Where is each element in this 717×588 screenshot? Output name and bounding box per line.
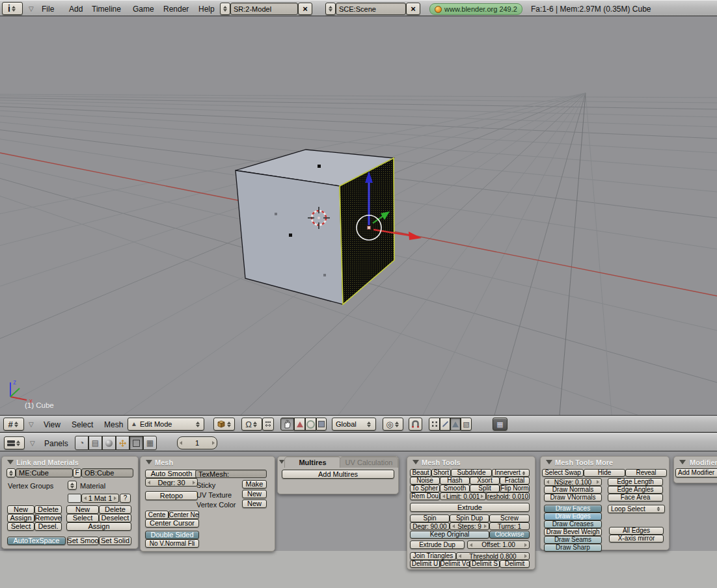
menu-view[interactable]: View [44, 420, 61, 429]
screen-browse-button[interactable] [220, 3, 230, 15]
shading-context-button[interactable] [102, 436, 116, 450]
innervert-dropdown[interactable]: Innervert [492, 469, 530, 477]
menu-add[interactable]: Add [69, 5, 83, 14]
frame-increment-icon[interactable] [212, 441, 215, 445]
collapse-triangle-icon[interactable]: ▽ [29, 421, 34, 428]
draw-bevel-weights-toggle[interactable]: Draw Bevel Weigh [544, 528, 602, 536]
vertex-color-new-button[interactable]: New [242, 500, 267, 508]
delimit-vcol-toggle[interactable]: Delimit Vc [440, 560, 470, 568]
delimit-uv-toggle[interactable]: Delimit U [410, 560, 440, 568]
panel-collapse-icon[interactable] [7, 460, 14, 464]
autotexspace-toggle[interactable]: AutoTexSpace [7, 537, 66, 545]
hash-button[interactable]: Hash [440, 477, 470, 485]
viewport-3d[interactable]: z x (1) Cube [0, 16, 717, 415]
add-modifier-button[interactable]: Add Modifier [675, 468, 717, 477]
face-select-button[interactable] [450, 418, 461, 431]
mode-dropdown[interactable]: ▲ Edit Mode [128, 418, 204, 431]
panel-collapse-icon[interactable] [279, 460, 284, 464]
clockwise-toggle[interactable]: Clockwise [489, 531, 530, 539]
panel-title[interactable]: Mesh Tools More [555, 459, 613, 466]
manipulator-toggle-button[interactable] [280, 418, 294, 431]
vgroup-new-button[interactable]: New [7, 505, 34, 514]
keep-original-toggle[interactable]: Keep Original [410, 531, 489, 539]
draw-vnormals-toggle[interactable]: Draw VNormals [544, 494, 602, 501]
threshold-field[interactable]: reshold: 0.010 [486, 492, 530, 500]
scene-context-button[interactable]: ▦ [143, 436, 157, 450]
draw-creases-toggle[interactable]: Draw Creases [544, 520, 602, 528]
no-vnormal-flip-toggle[interactable]: No V.Normal Fli [145, 539, 199, 548]
scene-close-button[interactable]: × [406, 3, 420, 15]
panel-title[interactable]: Link and Materials [16, 459, 79, 466]
material-new-button[interactable]: New [66, 505, 99, 514]
editing-context-button[interactable] [129, 436, 143, 450]
vgroup-select-button[interactable]: Select [7, 522, 34, 531]
scene-name-field[interactable]: SCE:Scene [336, 3, 406, 15]
object-context-button[interactable] [116, 436, 129, 450]
double-sided-toggle[interactable]: Double Sided [145, 531, 199, 539]
fractal-button[interactable]: Fractal [500, 477, 530, 485]
subdivide-button[interactable]: Subdivide [451, 469, 492, 477]
menu-game[interactable]: Game [133, 5, 154, 14]
panel-collapse-icon[interactable] [679, 460, 686, 464]
material-select-button[interactable]: Select [66, 514, 99, 522]
manipulator-scale-button[interactable] [316, 418, 327, 431]
logic-context-button[interactable]: ◔ [75, 436, 88, 450]
auto-smooth-toggle[interactable]: Auto Smooth [145, 470, 198, 478]
all-edges-toggle[interactable]: All Edges [609, 527, 664, 535]
join-threshold-field[interactable]: Threshold 0.800 [456, 552, 530, 560]
face-dot[interactable] [318, 165, 321, 168]
blender-version-badge[interactable]: www.blender.org 249.2 [429, 3, 522, 15]
manipulator-rotate-button[interactable] [305, 418, 316, 431]
xsort-button[interactable]: Xsort [470, 477, 500, 485]
script-context-button[interactable]: ▤ [88, 436, 102, 450]
remove-doubles-button[interactable]: Rem Dou [410, 492, 440, 500]
panel-title[interactable]: Mesh [155, 459, 173, 466]
snap-magnet-button[interactable] [409, 418, 422, 431]
face-area-toggle[interactable]: Face Area [608, 494, 663, 501]
scene-browse-button[interactable] [325, 3, 336, 15]
loop-select-dropdown[interactable]: Loop Select [608, 505, 665, 513]
extrude-button[interactable]: Extrude [410, 503, 530, 512]
draw-faces-toggle[interactable]: Draw Faces [544, 505, 602, 513]
tab-multires[interactable]: Multires [284, 457, 341, 468]
retopo-toggle[interactable]: Retopo [145, 491, 198, 500]
to-sphere-button[interactable]: To Spher [410, 485, 440, 492]
noise-button[interactable]: Noise [410, 477, 440, 485]
select-swap-button[interactable]: Select Swap [542, 469, 584, 477]
vgroup-assign-button[interactable]: Assign [7, 514, 34, 522]
collapse-triangle-icon[interactable]: ▽ [29, 5, 34, 12]
center-button[interactable]: Cente [145, 511, 169, 519]
vgroup-delete-button[interactable]: Delete [34, 505, 62, 514]
short-toggle[interactable]: Short [431, 469, 451, 477]
screw-button[interactable]: Screw [489, 514, 530, 522]
manipulator-translate-button[interactable] [294, 418, 305, 431]
set-solid-button[interactable]: Set Solid [99, 537, 131, 545]
edge-select-button[interactable] [440, 418, 450, 431]
edge-length-toggle[interactable]: Edge Length [608, 478, 663, 486]
draw-mode-dropdown[interactable] [213, 418, 235, 431]
menu-select[interactable]: Select [72, 420, 93, 429]
pivot-dropdown[interactable]: ◎ [383, 418, 403, 431]
menu-file[interactable]: File [42, 5, 54, 14]
spin-steps-field[interactable]: Steps: 9 [450, 522, 489, 530]
join-triangles-button[interactable]: Join Triangles [410, 552, 456, 560]
hide-button[interactable]: Hide [584, 469, 625, 477]
mesh-name-field[interactable]: ME:Cube [16, 468, 73, 477]
vgroup-deselect-button[interactable]: Desel. [34, 522, 62, 531]
menu-help[interactable]: Help [198, 5, 215, 14]
draw-normals-toggle[interactable]: Draw Normals [544, 486, 602, 494]
menu-render[interactable]: Render [163, 5, 189, 14]
menu-panels[interactable]: Panels [44, 439, 68, 448]
orientation-dropdown[interactable]: Global [332, 418, 376, 431]
panel-collapse-icon[interactable] [146, 460, 152, 464]
sticky-make-button[interactable]: Make [242, 480, 267, 488]
menu-mesh[interactable]: Mesh [104, 420, 123, 429]
spin-dup-button[interactable]: Spin Dup [450, 514, 489, 522]
split-button[interactable]: Split [470, 485, 500, 492]
flip-normals-button[interactable]: Flip Norm [500, 485, 530, 492]
degr-field[interactable]: Degr: 30 [145, 478, 198, 487]
mesh-browse-button[interactable] [7, 468, 16, 477]
window-type-button-3dview[interactable]: # [3, 418, 24, 431]
texmesh-field[interactable]: TexMesh: [195, 470, 267, 478]
extrude-dup-button[interactable]: Extrude Dup [410, 541, 465, 549]
